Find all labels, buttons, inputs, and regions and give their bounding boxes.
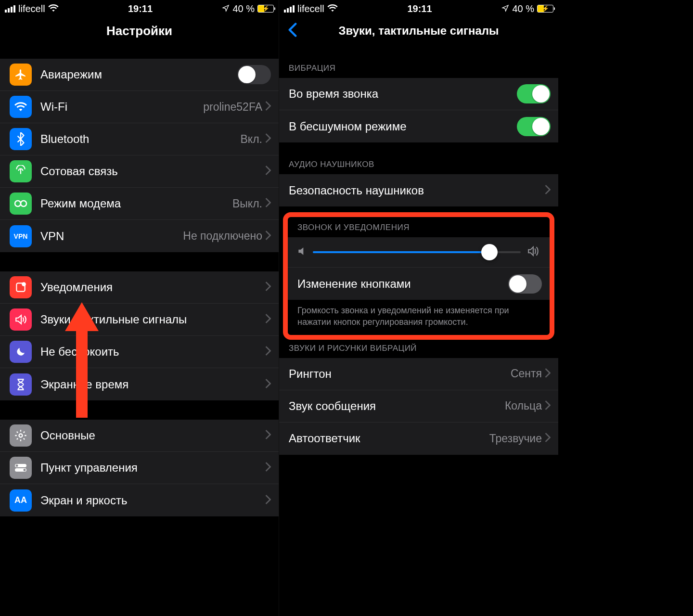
patterns-header: ЗВУКИ И РИСУНКИ ВИБРАЦИЙ (279, 344, 558, 358)
vpn-row[interactable]: VPN VPN Не подключено (0, 220, 279, 252)
display-row[interactable]: AA Экран и яркость (0, 484, 279, 516)
connectivity-group: Авиарежим Wi-Fi proline52FA Bluetooth Вк… (0, 59, 279, 252)
wifi-row[interactable]: Wi-Fi proline52FA (0, 91, 279, 123)
ringer-footer: Громкость звонка и уведомлений не изменя… (288, 300, 550, 335)
wifi-icon (327, 3, 338, 14)
change-with-buttons-label: Изменение кнопками (297, 277, 508, 291)
change-with-buttons-row[interactable]: Изменение кнопками (288, 268, 550, 300)
chevron-icon (265, 495, 271, 506)
attention-group: Уведомления Звуки, тактильные сигналы Не… (0, 271, 279, 400)
dnd-row[interactable]: Не беспокоить (0, 336, 279, 368)
chevron-icon (545, 368, 551, 380)
vibrate-on-ring-toggle[interactable] (517, 84, 551, 103)
chevron-icon (265, 379, 271, 390)
back-button[interactable] (284, 20, 301, 42)
clock: 19:11 (59, 3, 222, 14)
display-icon: AA (10, 489, 32, 512)
notifications-icon (10, 276, 32, 298)
carrier-label: lifecell (297, 3, 324, 14)
svg-point-4 (19, 434, 23, 437)
system-group: Основные Пункт управления AA Экран и ярк… (0, 420, 279, 516)
chevron-icon (545, 185, 551, 196)
svg-point-3 (22, 282, 26, 286)
volume-high-icon (527, 246, 540, 258)
cellular-signal-icon (284, 5, 295, 13)
sounds-icon (10, 308, 32, 331)
cellular-icon (10, 160, 32, 182)
bluetooth-value: Вкл. (241, 133, 262, 146)
airplane-toggle[interactable] (237, 65, 271, 84)
navbar: Звуки, тактильные сигналы (279, 17, 558, 44)
text-tone-label: Звук сообщения (289, 399, 505, 413)
general-label: Основные (40, 429, 265, 442)
notifications-label: Уведомления (40, 281, 265, 294)
ringtone-value: Сентя (511, 367, 542, 380)
status-bar: lifecell 19:11 40 % ⚡ (279, 0, 558, 17)
navbar: Настройки (0, 17, 279, 44)
svg-point-6 (16, 464, 18, 467)
page-title: Звуки, тактильные сигналы (339, 24, 499, 38)
bluetooth-row[interactable]: Bluetooth Вкл. (0, 123, 279, 155)
vpn-icon: VPN (10, 225, 32, 247)
control-center-label: Пункт управления (40, 461, 265, 475)
hourglass-icon (10, 373, 32, 396)
patterns-group: Рингтон Сентя Звук сообщения Кольца Авто… (279, 358, 558, 455)
chevron-icon (265, 101, 271, 113)
hotspot-label: Режим модема (40, 197, 232, 210)
svg-point-0 (15, 201, 21, 206)
bluetooth-label: Bluetooth (40, 132, 241, 146)
text-tone-value: Кольца (505, 399, 542, 412)
general-row[interactable]: Основные (0, 420, 279, 452)
chevron-icon (265, 231, 271, 242)
status-bar: lifecell 19:11 40 % ⚡ (0, 0, 279, 17)
text-tone-row[interactable]: Звук сообщения Кольца (279, 390, 558, 423)
battery-icon: ⚡ (257, 5, 274, 13)
ringer-header: ЗВОНОК И УВЕДОМЛЕНИЯ (288, 217, 550, 237)
ringer-volume-slider[interactable] (313, 251, 521, 253)
annotation-highlight: ЗВОНОК И УВЕДОМЛЕНИЯ Изменение кнопками … (283, 212, 554, 340)
gear-icon (10, 424, 32, 447)
bluetooth-icon (10, 128, 32, 150)
sounds-screen: lifecell 19:11 40 % ⚡ Звуки, тактильные … (279, 0, 558, 616)
vibrate-on-ring-row[interactable]: Во время звонка (279, 78, 558, 110)
ringtone-row[interactable]: Рингтон Сентя (279, 358, 558, 390)
screentime-label: Экранное время (40, 378, 265, 391)
chevron-icon (265, 166, 271, 177)
control-center-row[interactable]: Пункт управления (0, 452, 279, 484)
hotspot-icon (10, 192, 32, 215)
headphone-safety-row[interactable]: Безопасность наушников (279, 174, 558, 206)
location-icon (501, 3, 509, 14)
vpn-value: Не подключено (183, 230, 262, 243)
airplane-label: Авиарежим (40, 68, 237, 81)
chevron-icon (265, 346, 271, 358)
ringtone-label: Рингтон (289, 367, 511, 381)
svg-point-8 (24, 469, 26, 471)
voicemail-label: Автоответчик (289, 432, 489, 445)
sounds-label: Звуки, тактильные сигналы (40, 313, 265, 326)
change-with-buttons-toggle[interactable] (508, 274, 542, 294)
settings-screen: lifecell 19:11 40 % ⚡ Настройки Авиарежи… (0, 0, 279, 616)
vibration-header: ВИБРАЦИЯ (279, 64, 558, 78)
cellular-label: Сотовая связь (40, 165, 265, 178)
dnd-label: Не беспокоить (40, 345, 265, 359)
hotspot-row[interactable]: Режим модема Выкл. (0, 188, 279, 220)
vibrate-on-silent-toggle[interactable] (517, 117, 551, 136)
ringer-volume-row (288, 237, 550, 268)
page-title: Настройки (106, 24, 172, 38)
wifi-icon (48, 3, 59, 14)
headphone-group: Безопасность наушников (279, 174, 558, 206)
notifications-row[interactable]: Уведомления (0, 271, 279, 304)
cellular-signal-icon (5, 5, 15, 13)
chevron-icon (265, 198, 271, 209)
chevron-icon (545, 400, 551, 412)
screentime-row[interactable]: Экранное время (0, 368, 279, 400)
vibrate-on-silent-label: В бесшумном режиме (289, 120, 517, 133)
voicemail-row[interactable]: Автоответчик Трезвучие (279, 423, 558, 455)
sounds-row[interactable]: Звуки, тактильные сигналы (0, 304, 279, 336)
airplane-mode-row[interactable]: Авиарежим (0, 59, 279, 91)
chevron-icon (265, 314, 271, 325)
vibrate-on-ring-label: Во время звонка (289, 87, 517, 101)
vibrate-on-silent-row[interactable]: В бесшумном режиме (279, 110, 558, 142)
wifi-value: proline52FA (203, 101, 262, 114)
cellular-row[interactable]: Сотовая связь (0, 155, 279, 188)
